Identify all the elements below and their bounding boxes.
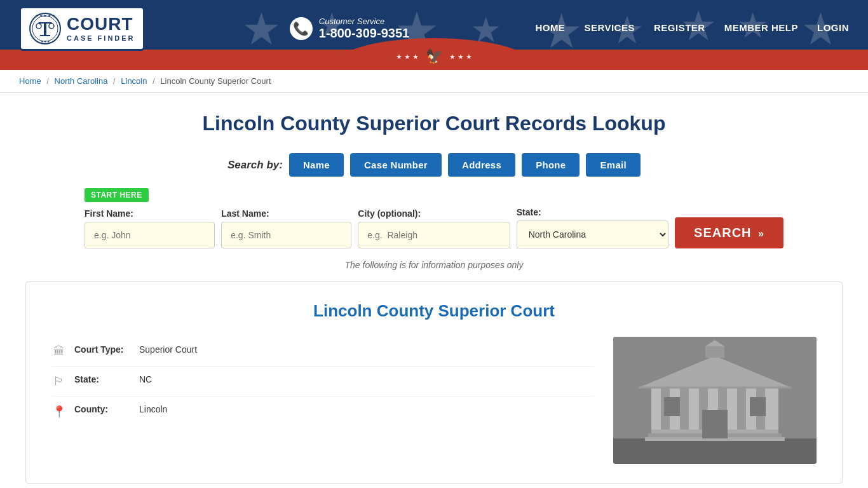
svg-point-5 [36,24,41,29]
svg-rect-24 [702,410,728,438]
search-by-label: Search by: [227,159,283,172]
breadcrumb-sep-3: / [153,76,155,86]
breadcrumb: Home / North Carolina / Lincoln / Lincol… [0,70,868,93]
form-group-firstname: First Name: [85,208,215,248]
customer-service: 📞 Customer Service 1-800-309-9351 [290,17,409,41]
form-group-lastname: Last Name: [221,208,351,248]
nav-home[interactable]: HOME [535,22,565,36]
search-btn-label: SEARCH [694,226,751,240]
building-icon: 🏛 [51,345,67,358]
tab-address[interactable]: Address [448,153,515,177]
city-input[interactable] [358,222,510,248]
court-info-section: Lincoln County Superior Court 🏛 Court Ty… [25,281,843,484]
court-details: 🏛 Court Type: Superior Court 🏳 State: NC… [51,337,594,464]
state-select[interactable]: North Carolina Alabama Alaska Arizona Ar… [517,220,668,248]
search-form-row: First Name: Last Name: City (optional): … [85,207,783,248]
svg-rect-9 [40,35,50,36]
location-icon: 📍 [51,405,67,419]
svg-rect-26 [750,397,766,416]
svg-rect-4 [39,22,51,24]
last-name-label: Last Name: [221,208,351,219]
court-image-area [613,337,817,464]
svg-rect-25 [664,397,680,416]
county-label: County: [74,404,132,414]
svg-point-6 [49,24,54,29]
search-btn-arrows: » [758,228,764,239]
cs-phone: 1-800-309-9351 [319,26,409,41]
breadcrumb-current: Lincoln County Superior Court [160,76,271,86]
search-button[interactable]: SEARCH » [675,217,783,248]
first-name-input[interactable] [85,222,215,248]
svg-rect-28 [705,346,724,358]
logo-case-finder-text: CASE FINDER [67,34,135,42]
logo-court-text: COURT [67,15,133,33]
court-type-row: 🏛 Court Type: Superior Court [51,337,594,367]
form-group-state: State: North Carolina Alabama Alaska Ari… [517,207,668,248]
tab-phone[interactable]: Phone [522,153,580,177]
svg-text:★ ★ ★: ★ ★ ★ [41,39,51,43]
tab-email[interactable]: Email [586,153,641,177]
courthouse-svg [613,337,817,464]
svg-rect-12 [613,438,817,464]
cs-label: Customer Service [319,17,409,26]
nav-login[interactable]: LOGIN [817,22,849,36]
search-by-row: Search by: Name Case Number Address Phon… [25,153,843,177]
search-form-area: START HERE First Name: Last Name: City (… [85,188,783,248]
svg-rect-3 [44,22,46,35]
county-row: 📍 County: Lincoln [51,396,594,426]
logo-emblem: ★ ★ ★ ★ ★ ★ ★ ★ [29,12,62,45]
nav-services[interactable]: SERVICES [584,22,635,36]
court-info-title: Lincoln County Superior Court [51,301,817,321]
logo-area: ★ ★ ★ ★ ★ ★ ★ ★ COURT CASE FINDER [19,6,145,51]
state-label: State: [517,207,668,217]
court-type-value: Superior Court [139,344,197,355]
breadcrumb-sep-1: / [46,76,49,86]
court-image [613,337,817,464]
phone-icon: 📞 [290,17,313,40]
breadcrumb-sep-2: / [113,76,116,86]
breadcrumb-home[interactable]: Home [19,76,41,86]
county-value: Lincoln [139,404,167,414]
tab-case-number[interactable]: Case Number [350,153,442,177]
court-info-body: 🏛 Court Type: Superior Court 🏳 State: NC… [51,337,817,464]
last-name-input[interactable] [221,222,351,248]
start-here-badge: START HERE [85,188,149,202]
form-group-city: City (optional): [358,208,510,248]
state-info-label: State: [74,374,132,384]
cs-info: Customer Service 1-800-309-9351 [319,17,409,41]
info-note: The following is for information purpose… [25,260,843,270]
svg-text:★ ★ ★ ★ ★: ★ ★ ★ ★ ★ [35,14,55,18]
site-header: ★ ★ ★ ★ ★ ★ ★ ★ ★ ★ ★ ★ ★ ★ [0,0,868,70]
court-type-label: Court Type: [74,344,132,355]
nav-register[interactable]: REGISTER [654,22,705,36]
main-content: Lincoln County Superior Court Records Lo… [0,93,868,488]
breadcrumb-state[interactable]: North Carolina [55,76,108,86]
main-nav: HOME SERVICES REGISTER MEMBER HELP LOGIN [535,22,849,36]
state-row: 🏳 State: NC [51,367,594,396]
flag-icon: 🏳 [51,375,67,388]
header-inner: ★ ★ ★ ★ ★ ★ ★ ★ COURT CASE FINDER [0,0,868,57]
logo-text: COURT CASE FINDER [67,15,135,42]
breadcrumb-county[interactable]: Lincoln [121,76,147,86]
city-label: City (optional): [358,208,510,219]
page-title: Lincoln County Superior Court Records Lo… [25,112,843,135]
state-info-value: NC [139,374,152,384]
logo-box: ★ ★ ★ ★ ★ ★ ★ ★ COURT CASE FINDER [19,6,145,51]
first-name-label: First Name: [85,208,215,219]
nav-member-help[interactable]: MEMBER HELP [724,22,798,36]
tab-name[interactable]: Name [289,153,344,177]
